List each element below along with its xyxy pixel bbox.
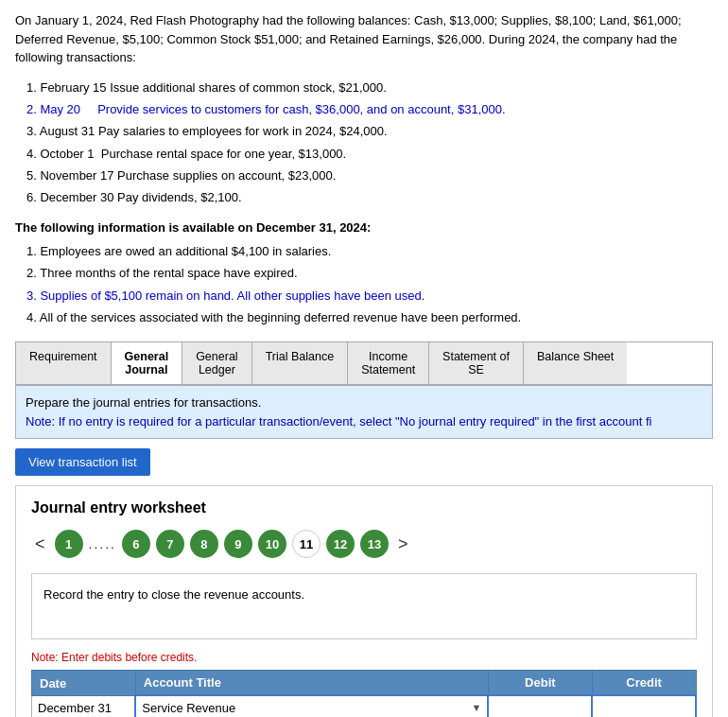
tab-trial-balance[interactable]: Trial Balance: [252, 342, 349, 384]
nav-step-7[interactable]: 7: [156, 530, 184, 558]
transaction-3: 3. August 31 Pay salaries to employees f…: [26, 120, 713, 142]
tab-income-statement[interactable]: IncomeStatement: [348, 342, 429, 384]
debit-cell-1[interactable]: [488, 695, 592, 717]
transactions-list: 1. February 15 Issue additional shares o…: [26, 77, 713, 209]
col-credit: Credit: [592, 671, 696, 696]
record-text: Record the entry to close the revenue ac…: [43, 587, 304, 602]
date-cell-1: December 31: [32, 695, 136, 717]
nav-step-13[interactable]: 13: [360, 530, 389, 558]
credit-input-1[interactable]: [598, 701, 689, 715]
nav-dots: .....: [89, 536, 116, 551]
nav-step-1[interactable]: 1: [55, 530, 83, 558]
instruction-note: Note: If no entry is required for a part…: [26, 412, 702, 431]
intro-paragraph: On January 1, 2024, Red Flash Photograph…: [15, 11, 713, 67]
nav-next-button[interactable]: >: [394, 534, 412, 554]
nav-prev-button[interactable]: <: [31, 534, 49, 554]
view-btn-area: View transaction list: [15, 448, 713, 476]
nav-step-8[interactable]: 8: [190, 530, 218, 558]
col-account-title: Account Title: [135, 671, 488, 696]
nav-step-12[interactable]: 12: [326, 530, 355, 558]
instruction-box: Prepare the journal entries for transact…: [15, 385, 713, 439]
tab-requirement[interactable]: Requirement: [16, 342, 112, 384]
additional-info-title: The following information is available o…: [15, 220, 713, 235]
worksheet-container: Journal entry worksheet < 1 ..... 6 7 8 …: [15, 485, 713, 717]
transaction-6: 6. December 30 Pay dividends, $2,100.: [26, 186, 713, 208]
col-debit: Debit: [488, 671, 592, 696]
record-entry-box: Record the entry to close the revenue ac…: [31, 573, 697, 639]
info-item-4: 4. All of the services associated with t…: [26, 306, 713, 328]
worksheet-title: Journal entry worksheet: [31, 499, 697, 516]
view-transaction-list-button[interactable]: View transaction list: [15, 448, 150, 476]
entry-note: Note: Enter debits before credits.: [31, 651, 697, 664]
info-item-1: 1. Employees are owed an additional $4,1…: [26, 240, 713, 262]
tab-statement-se[interactable]: Statement ofSE: [429, 342, 524, 384]
col-date: Date: [32, 671, 136, 696]
transaction-1: 1. February 15 Issue additional shares o…: [26, 77, 713, 98]
debit-input-1[interactable]: [494, 701, 585, 715]
transaction-4: 4. October 1 Purchase rental space for o…: [26, 143, 713, 165]
instruction-main: Prepare the journal entries for transact…: [26, 393, 702, 412]
tab-balance-sheet[interactable]: Balance Sheet: [524, 342, 627, 384]
nav-step-11[interactable]: 11: [292, 530, 321, 558]
dropdown-icon-1[interactable]: ▼: [472, 702, 482, 713]
info-item-2: 2. Three months of the rental space have…: [26, 262, 713, 284]
transaction-5: 5. November 17 Purchase supplies on acco…: [26, 165, 713, 186]
credit-cell-1[interactable]: [592, 695, 696, 717]
additional-info-list: 1. Employees are owed an additional $4,1…: [26, 240, 713, 329]
nav-step-10[interactable]: 10: [258, 530, 286, 558]
transaction-2: 2. May 20 Provide services to customers …: [26, 98, 713, 120]
nav-step-6[interactable]: 6: [122, 530, 150, 558]
nav-row: < 1 ..... 6 7 8 9 10 11 12 13 >: [31, 530, 697, 558]
info-item-3: 3. Supplies of $5,100 remain on hand. Al…: [26, 285, 713, 306]
tabs-row: Requirement GeneralJournal GeneralLedger…: [15, 341, 713, 385]
nav-step-9[interactable]: 9: [224, 530, 252, 558]
tab-general-journal[interactable]: GeneralJournal: [112, 342, 183, 384]
entry-table: Date Account Title Debit Credit December…: [31, 670, 697, 717]
table-row: December 31 ▼: [32, 695, 697, 717]
tab-general-ledger[interactable]: GeneralLedger: [182, 342, 251, 384]
account-input-1[interactable]: [142, 701, 467, 715]
account-cell-1[interactable]: ▼: [135, 695, 488, 717]
